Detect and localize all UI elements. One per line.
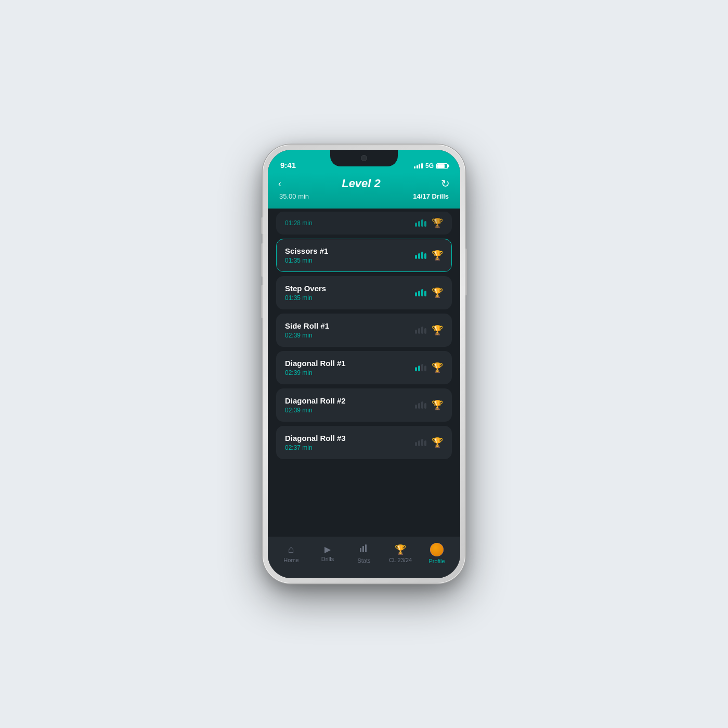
trophy-icon: 🏆	[432, 399, 443, 411]
drill-time: 01:35 min	[285, 257, 328, 264]
level-title: Level 2	[342, 177, 381, 190]
battery-fill	[437, 164, 445, 168]
drill-stats: 🏆	[415, 287, 443, 298]
drills-icon: ▶	[324, 544, 331, 554]
svg-rect-1	[362, 546, 364, 552]
header-top: ‹ Level 2 ↻	[278, 177, 450, 190]
trophy-icon: 🏆	[432, 250, 443, 261]
nav-item-home[interactable]: ⌂ Home	[273, 543, 309, 563]
trophy-icon: 🏆	[432, 437, 443, 448]
drill-info: Diagonal Roll #1 02:39 min	[285, 359, 346, 376]
svg-rect-2	[365, 544, 367, 552]
drill-time: 02:39 min	[285, 407, 346, 414]
bottom-navigation: ⌂ Home ▶ Drills Stats 🏆 CL 23/	[268, 537, 460, 578]
drill-item-diagonal-roll-2[interactable]: Diagonal Roll #2 02:39 min 🏆	[276, 388, 452, 422]
back-button[interactable]: ‹	[278, 178, 281, 189]
svg-rect-0	[360, 548, 361, 552]
profile-avatar	[430, 543, 444, 556]
drill-item-side-roll-1[interactable]: Side Roll #1 02:39 min 🏆	[276, 314, 452, 347]
trophy-icon: 🏆	[432, 324, 443, 336]
drill-name: Scissors #1	[285, 246, 328, 255]
progress-bars	[415, 439, 426, 446]
progress-bars	[415, 252, 426, 259]
power-button	[465, 249, 467, 295]
phone-screen: 9:41 5G ‹ Level 2 ↻	[268, 150, 460, 578]
header-meta: 35.00 min 14/17 Drills	[278, 192, 450, 200]
drill-name: Diagonal Roll #1	[285, 359, 346, 368]
progress-bars	[415, 364, 426, 371]
trophy-icon: 🏆	[432, 362, 443, 373]
drill-item-diagonal-roll-3[interactable]: Diagonal Roll #3 02:37 min 🏆	[276, 426, 452, 459]
progress-bars	[415, 327, 426, 334]
phone-device: 9:41 5G ‹ Level 2 ↻	[263, 145, 465, 583]
drill-item-scissors-1[interactable]: Scissors #1 01:35 min 🏆	[276, 239, 452, 272]
drills-count: 14/17 Drills	[413, 192, 449, 200]
total-duration: 35.00 min	[279, 192, 309, 200]
nav-label-stats: Stats	[357, 557, 370, 564]
drill-time: 01:28 min	[285, 219, 313, 227]
mute-button	[261, 217, 263, 234]
drill-name: Side Roll #1	[285, 321, 329, 330]
nav-item-drills[interactable]: ▶ Drills	[309, 544, 346, 562]
signal-icon	[414, 163, 423, 168]
drill-info: 01:28 min	[285, 219, 313, 227]
drill-name: Diagonal Roll #3	[285, 434, 346, 443]
cl-icon: 🏆	[395, 544, 406, 555]
nav-label-cl: CL 23/24	[389, 557, 412, 563]
drill-stats: 🏆	[415, 324, 443, 336]
avatar-image	[430, 543, 444, 556]
drill-time: 02:39 min	[285, 369, 346, 376]
nav-label-home: Home	[283, 557, 298, 563]
drill-item-partial-top[interactable]: 01:28 min 🏆	[276, 212, 452, 235]
nav-label-drills: Drills	[321, 556, 334, 562]
drill-stats: 🏆	[415, 362, 443, 373]
home-icon: ⌂	[288, 543, 294, 555]
status-icons: 5G	[414, 162, 448, 170]
drill-info: Step Overs 01:35 min	[285, 284, 326, 302]
nav-item-stats[interactable]: Stats	[346, 543, 382, 564]
progress-bars	[415, 401, 426, 409]
network-label: 5G	[425, 162, 434, 170]
stats-icon	[359, 543, 369, 556]
drill-info: Diagonal Roll #3 02:37 min	[285, 434, 346, 451]
drill-name: Step Overs	[285, 284, 326, 293]
level-header: ‹ Level 2 ↻ 35.00 min 14/17 Drills	[268, 173, 460, 209]
trophy-icon: 🏆	[432, 217, 443, 229]
refresh-icon[interactable]: ↻	[441, 177, 450, 190]
drill-stats: 🏆	[415, 250, 443, 261]
nav-item-profile[interactable]: Profile	[419, 543, 455, 564]
trophy-icon: 🏆	[432, 287, 443, 298]
drill-name: Diagonal Roll #2	[285, 396, 346, 405]
drill-info: Side Roll #1 02:39 min	[285, 321, 329, 339]
nav-item-cl[interactable]: 🏆 CL 23/24	[382, 544, 419, 563]
drill-time: 02:37 min	[285, 444, 346, 451]
drill-info: Scissors #1 01:35 min	[285, 246, 328, 264]
volume-down-button	[261, 285, 263, 318]
drill-time: 01:35 min	[285, 294, 326, 302]
drill-item-diagonal-roll-1[interactable]: Diagonal Roll #1 02:39 min 🏆	[276, 351, 452, 384]
drill-stats: 🏆	[415, 437, 443, 448]
drill-info: Diagonal Roll #2 02:39 min	[285, 396, 346, 414]
drill-stats: 🏆	[415, 399, 443, 411]
drill-stats: 🏆	[415, 217, 443, 229]
battery-icon	[436, 163, 448, 169]
camera	[361, 155, 367, 161]
drill-item-step-overs[interactable]: Step Overs 01:35 min 🏆	[276, 276, 452, 309]
nav-label-profile: Profile	[428, 558, 445, 564]
drill-time: 02:39 min	[285, 332, 329, 339]
volume-up-button	[261, 243, 263, 277]
progress-bars	[415, 289, 426, 296]
status-time: 9:41	[280, 161, 296, 170]
notch	[330, 150, 398, 166]
progress-bars	[415, 219, 426, 227]
drills-list: 01:28 min 🏆 Scissors #1 01:35 min	[268, 209, 460, 537]
